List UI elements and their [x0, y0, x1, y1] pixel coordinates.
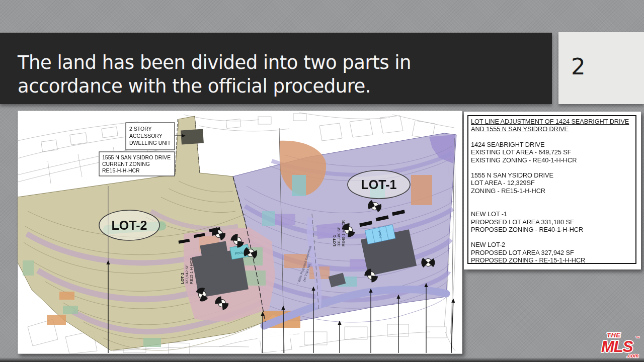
- mls-logo: THE MLS ™ .com: [598, 328, 643, 359]
- panel-heading-line-2: AND 1555 N SAN YSIDRO DRIVE: [471, 125, 633, 133]
- presentation-slide: The land has been divided into two parts…: [0, 0, 644, 362]
- svg-text:LOT-2: LOT-2: [180, 273, 185, 284]
- lot2-ellipse-label: LOT-2: [99, 210, 159, 240]
- svg-text:RE15-1-H-HCR: RE15-1-H-HCR: [189, 257, 194, 284]
- svg-text:RE40-1-H-HCR: RE40-1-H-HCR: [341, 220, 346, 246]
- new-lot2-area: PROPOSED LOT AREA 327,942 SF: [471, 249, 633, 256]
- svg-text:331,180 SF: 331,180 SF: [337, 227, 341, 246]
- new-lot1-zoning: PROPOSED ZONING - RE40-1-H-HCR: [471, 226, 633, 233]
- svg-text:DWELLING UNIT: DWELLING UNIT: [129, 140, 171, 146]
- new-lot2-zoning: PROPOSED ZONING - RE-15-1-H-HCR: [471, 256, 633, 264]
- svg-text:RE15-H-H-HCR: RE15-H-H-HCR: [102, 167, 140, 173]
- ysidro-address: 1555 N SAN YSIDRO DRIVE: [471, 171, 633, 179]
- mls-logo-tm: ™: [635, 336, 639, 340]
- lot-adjustment-panel: LOT LINE ADJUSTMENT OF 1424 SEABRIGHT DR…: [464, 112, 641, 269]
- seabright-address: 1424 SEABRIGHT DRIVE: [471, 141, 633, 148]
- mls-logo-graphic: THE MLS ™ .com: [598, 328, 643, 359]
- title-bar: The land has been divided into two parts…: [0, 33, 552, 104]
- new-lot1-area: PROPOSED LOT AREA 331,180 SF: [471, 218, 633, 226]
- svg-text:327,942 SF: 327,942 SF: [185, 264, 189, 284]
- ysidro-lot-area: LOT AREA - 12,329SF: [471, 179, 633, 187]
- svg-text:LOT-1: LOT-1: [332, 235, 337, 246]
- lot-adjustment-text: LOT LINE ADJUSTMENT OF 1424 SEABRIGHT DR…: [467, 115, 636, 264]
- new-lot1-title: NEW LOT -1: [471, 210, 633, 218]
- slide-title-line-2: accordance with the official procedure.: [18, 74, 411, 98]
- ysidro-zoning: ZONING - RE15-1-H-HCR: [471, 187, 633, 195]
- svg-text:LOT-2: LOT-2: [112, 218, 147, 232]
- svg-text:2 STORY: 2 STORY: [129, 126, 152, 132]
- bottom-shadow: [0, 357, 644, 362]
- page-number-box: 2: [558, 32, 644, 104]
- slide-title: The land has been divided into two parts…: [18, 51, 411, 98]
- site-plan-map: POOL POOL: [18, 111, 462, 354]
- lot1-ellipse-label: LOT-1: [348, 170, 410, 199]
- svg-text:1555 N SAN YSIDRO DRIVE: 1555 N SAN YSIDRO DRIVE: [102, 154, 171, 160]
- svg-text:CURRENT ZONING: CURRENT ZONING: [102, 161, 150, 167]
- page-number: 2: [571, 54, 586, 79]
- svg-text:ACCESSORY: ACCESSORY: [129, 133, 163, 139]
- svg-text:LOT-1: LOT-1: [361, 177, 397, 192]
- new-lot2-title: NEW LOT-2: [471, 241, 633, 248]
- seabright-zoning: EXISTING ZONING - RE40-1-H-HCR: [471, 156, 633, 164]
- panel-heading-line-1: LOT LINE ADJUSTMENT OF 1424 SEABRIGHT DR…: [471, 118, 633, 125]
- zoning-callout: 1555 N SAN YSIDRO DRIVE CURRENT ZONING R…: [99, 152, 175, 176]
- seabright-lot-area: EXISTING LOT AREA - 649,725 SF: [471, 148, 633, 156]
- slide-title-line-1: The land has been divided into two parts…: [18, 51, 411, 74]
- adu-building: [181, 129, 204, 144]
- site-plan-drawing: POOL POOL: [18, 111, 462, 354]
